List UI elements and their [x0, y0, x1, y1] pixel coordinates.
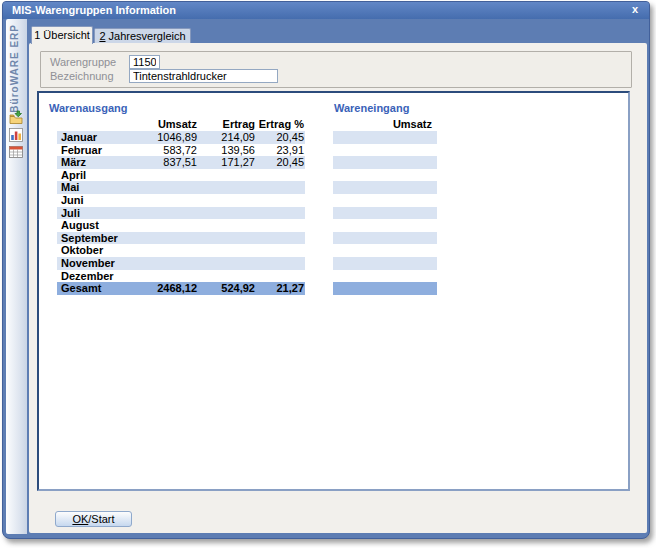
table-row: Dezember — [57, 270, 305, 283]
calendar-icon[interactable] — [8, 144, 24, 160]
tab-uebersicht-label: 1 Übersicht — [34, 29, 90, 41]
sidebar-icon-column — [8, 110, 24, 160]
tab-jahresvergleich[interactable]: 2 Jahresvergleich — [94, 28, 191, 44]
warenausgang-header-row: Umsatz Ertrag Ertrag % — [57, 118, 305, 130]
warengruppe-input[interactable] — [129, 55, 160, 69]
table-row: Februar 583,72 139,56 23,91 — [57, 144, 305, 157]
wareneingang-row — [333, 181, 437, 194]
table-row: November — [57, 257, 305, 270]
wareneingang-row — [333, 219, 437, 232]
warenausgang-title: Warenausgang — [49, 102, 127, 114]
ok-start-hotkey: OK — [72, 513, 88, 525]
data-panel: Warenausgang Wareneingang Umsatz Ertrag … — [37, 91, 630, 491]
content-panel: Warengruppe Bezeichnung Warenausgang War… — [29, 43, 647, 533]
table-row: September — [57, 232, 305, 245]
wareneingang-row — [333, 244, 437, 257]
ok-start-label: /Start — [88, 513, 114, 525]
bar-chart-icon[interactable] — [8, 127, 24, 143]
tab-jahresvergleich-label: Jahresvergleich — [106, 30, 186, 42]
table-row: Januar 1046,89 214,09 20,45 — [57, 131, 305, 144]
wareneingang-title: Wareneingang — [334, 102, 409, 114]
table-row: Juli — [57, 207, 305, 220]
wareneingang-row — [333, 156, 437, 169]
tab-uebersicht[interactable]: 1 Übersicht — [31, 26, 93, 44]
month-column-header — [57, 118, 145, 130]
brand-vertical-label: BüroWARE ERP — [9, 24, 20, 113]
umsatz-column-header: Umsatz — [145, 118, 197, 130]
sidebar: BüroWARE ERP — [6, 19, 27, 534]
table-row: Oktober — [57, 244, 305, 257]
table-row: August — [57, 219, 305, 232]
wareneingang-row — [333, 257, 437, 270]
warengruppe-label: Warengruppe — [50, 56, 116, 68]
total-row: Gesamt 2468,12 524,92 21,27 — [57, 282, 305, 295]
wareneingang-row — [333, 169, 437, 182]
mis-window: MIS-Warengruppen Information x BüroWARE … — [2, 1, 650, 539]
table-row: März 837,51 171,27 20,45 — [57, 156, 305, 169]
warenausgang-table: Januar 1046,89 214,09 20,45 Februar 583,… — [57, 131, 305, 295]
titlebar[interactable]: MIS-Warengruppen Information x — [3, 2, 649, 19]
wareneingang-row — [333, 207, 437, 220]
ertrag-column-header: Ertrag — [197, 118, 255, 130]
table-row: Mai — [57, 181, 305, 194]
table-row: Juni — [57, 194, 305, 207]
wareneingang-row — [333, 270, 437, 283]
ertrag-pct-column-header: Ertrag % — [255, 118, 304, 130]
ok-start-button[interactable]: OK/Start — [55, 511, 132, 527]
open-folder-icon[interactable] — [8, 110, 24, 126]
bezeichnung-input[interactable] — [129, 69, 278, 83]
wareneingang-row — [333, 144, 437, 157]
wareneingang-row — [333, 194, 437, 207]
wareneingang-umsatz-header: Umsatz — [334, 118, 432, 130]
table-row: April — [57, 169, 305, 182]
bezeichnung-label: Bezeichnung — [50, 70, 114, 82]
form-groupbox: Warengruppe Bezeichnung — [40, 51, 632, 88]
wareneingang-row — [333, 232, 437, 245]
wareneingang-table — [333, 131, 437, 295]
close-icon[interactable]: x — [630, 3, 640, 15]
wareneingang-row — [333, 131, 437, 144]
wareneingang-total-row — [333, 282, 437, 295]
window-title: MIS-Warengruppen Information — [12, 4, 176, 16]
